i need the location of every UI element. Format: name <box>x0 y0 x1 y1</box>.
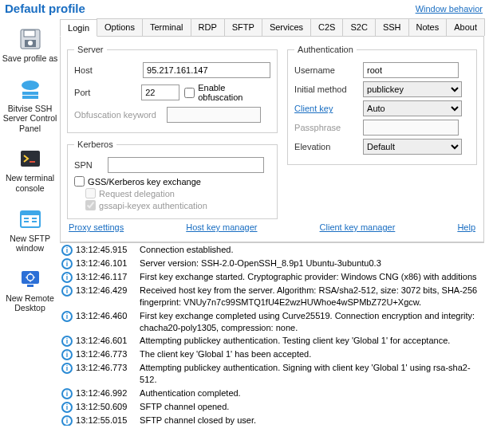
client-key-link[interactable]: Client key <box>294 104 358 113</box>
gss-checkbox[interactable]: GSS/Kerberos key exchange <box>74 176 270 187</box>
tab-notes[interactable]: Notes <box>408 18 448 36</box>
log-row: i13:12:46.429Received host key from the … <box>60 284 484 309</box>
info-icon: i <box>61 402 73 413</box>
log-message: First key exchange started. Cryptographi… <box>140 271 483 283</box>
tab-about[interactable]: About <box>446 18 485 36</box>
initial-method-label: Initial method <box>294 84 358 94</box>
tab-options[interactable]: Options <box>97 18 143 36</box>
client-key-select[interactable]: Auto <box>363 100 462 116</box>
tab-c2s[interactable]: C2S <box>310 18 343 36</box>
log-message: First key exchange completed using Curve… <box>140 310 483 334</box>
log-time: 13:12:50.609 <box>76 401 136 413</box>
tab-services[interactable]: Services <box>262 18 311 36</box>
log-message: The client key 'Global 1' has been accep… <box>140 348 483 360</box>
log-row: i13:12:46.773Attempting publickey authen… <box>60 361 484 387</box>
tab-rdp[interactable]: RDP <box>191 18 225 36</box>
tabs: Login Options Terminal RDP SFTP Services… <box>60 18 484 37</box>
sidebar-item-sftp[interactable]: New SFTP window <box>0 202 60 261</box>
info-icon: i <box>61 336 73 347</box>
log-time: 13:12:46.429 <box>76 285 136 297</box>
host-input[interactable] <box>143 62 270 78</box>
sidebar-item-remote-desktop[interactable]: New Remote Desktop <box>0 261 60 321</box>
host-label: Host <box>74 65 138 75</box>
username-label: Username <box>294 65 358 75</box>
auth-fieldset: Authentication Username Initial method p… <box>287 45 477 165</box>
tab-terminal[interactable]: Terminal <box>142 18 191 36</box>
server-legend: Server <box>74 45 106 54</box>
svg-rect-7 <box>21 151 40 167</box>
gssapi-keyex-label: gssapi-keyex authentication <box>99 201 207 210</box>
sidebar: Save profile as Bitvise SSH Server Contr… <box>0 17 60 415</box>
kerberos-legend: Kerberos <box>74 140 116 149</box>
info-icon: i <box>61 245 73 256</box>
window-behavior-link[interactable]: Window behavior <box>416 4 483 14</box>
sidebar-label: New SFTP window <box>2 234 58 253</box>
sidebar-item-control-panel[interactable]: Bitvise SSH Server Control Panel <box>0 72 60 142</box>
log-row: i13:12:50.609SFTP channel opened. <box>60 400 484 414</box>
sftp-window-icon <box>18 206 43 232</box>
log-time: 13:12:46.601 <box>76 335 136 347</box>
passphrase-label: Passphrase <box>294 123 358 132</box>
svg-rect-6 <box>22 96 38 99</box>
port-label: Port <box>74 88 136 97</box>
info-icon: i <box>61 363 73 374</box>
cloud-server-icon <box>18 77 43 102</box>
tab-login[interactable]: Login <box>60 19 97 37</box>
info-icon: i <box>61 388 73 399</box>
log-time: 13:12:45.915 <box>76 244 136 256</box>
tab-sftp[interactable]: SFTP <box>224 18 262 36</box>
info-icon: i <box>61 258 73 269</box>
info-icon: i <box>61 285 73 297</box>
page-title: Default profile <box>5 2 85 15</box>
spn-input[interactable] <box>108 157 264 173</box>
tab-s2c[interactable]: S2C <box>342 18 375 36</box>
gss-label: GSS/Kerberos key exchange <box>88 177 201 187</box>
server-fieldset: Server Host Port Enable obfuscation <box>67 45 278 133</box>
help-link[interactable]: Help <box>457 222 475 232</box>
enable-obfuscation-label: Enable obfuscation <box>198 83 270 102</box>
initial-method-select[interactable]: publickey <box>363 81 462 97</box>
log-panel[interactable]: i13:12:45.915Connection established.i13:… <box>60 242 484 426</box>
log-time: 13:12:46.101 <box>76 257 136 269</box>
elevation-label: Elevation <box>294 142 358 151</box>
enable-obfuscation-checkbox[interactable]: Enable obfuscation <box>184 83 270 102</box>
log-row: i13:12:46.601Attempting publickey authen… <box>60 334 484 348</box>
elevation-select[interactable]: Default <box>363 139 462 155</box>
sidebar-label: Bitvise SSH Server Control Panel <box>2 104 58 134</box>
host-key-manager-link[interactable]: Host key manager <box>186 222 257 232</box>
sidebar-item-terminal[interactable]: New terminal console <box>0 141 60 201</box>
obf-keyword-label: Obfuscation keyword <box>74 110 162 120</box>
log-row: i13:12:46.992Authentication completed. <box>60 387 484 400</box>
log-message: Received host key from the server. Algor… <box>140 285 483 308</box>
log-row: i13:12:45.915Connection established. <box>60 243 484 257</box>
sidebar-label: Save profile as <box>2 53 57 64</box>
log-time: 13:12:46.992 <box>76 387 136 399</box>
proxy-settings-link[interactable]: Proxy settings <box>69 222 124 232</box>
passphrase-input <box>363 120 459 136</box>
gssapi-keyex-checkbox: gssapi-keyex authentication <box>85 200 270 210</box>
gss-input[interactable] <box>74 176 85 187</box>
log-time: 13:12:55.015 <box>76 415 136 426</box>
client-key-manager-link[interactable]: Client key manager <box>320 222 396 232</box>
log-message: Authentication completed. <box>140 387 483 399</box>
sidebar-item-save-profile[interactable]: Save profile as <box>0 22 60 72</box>
info-icon: i <box>61 272 73 283</box>
svg-rect-5 <box>22 92 38 95</box>
enable-obfuscation-input[interactable] <box>184 88 195 98</box>
sidebar-label: New terminal console <box>2 173 58 193</box>
log-row: i13:12:46.101Server version: SSH-2.0-Ope… <box>60 257 484 270</box>
floppy-icon <box>18 26 43 52</box>
info-icon: i <box>61 311 73 322</box>
info-icon: i <box>61 349 73 360</box>
log-message: Connection established. <box>140 244 483 256</box>
log-time: 13:12:46.460 <box>76 310 136 322</box>
tab-ssh[interactable]: SSH <box>375 18 409 36</box>
remote-desktop-icon <box>18 266 43 292</box>
log-row: i13:12:55.015SFTP channel closed by user… <box>60 414 484 426</box>
port-input[interactable] <box>141 84 179 100</box>
log-message: SFTP channel opened. <box>140 401 483 413</box>
log-message: Attempting publickey authentication. Sig… <box>140 362 483 386</box>
username-input[interactable] <box>363 62 459 78</box>
kerberos-fieldset: Kerberos SPN GSS/Kerberos key exchange R… <box>67 140 278 219</box>
log-time: 13:12:46.773 <box>76 348 136 360</box>
